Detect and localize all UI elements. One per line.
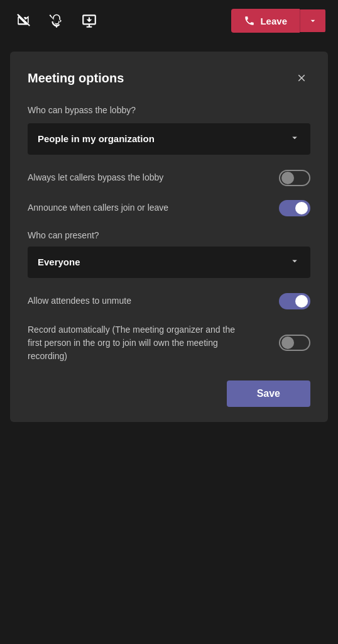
callers-bypass-thumb <box>281 172 294 184</box>
attendees-unmute-track[interactable] <box>279 293 310 309</box>
callers-bypass-label: Always let callers bypass the lobby <box>28 172 163 184</box>
attendees-unmute-toggle[interactable] <box>279 293 310 309</box>
modal-header: Meeting options <box>28 69 310 87</box>
leave-button-group: Leave <box>231 9 325 33</box>
modal-title: Meeting options <box>28 71 124 86</box>
present-label: Who can present? <box>28 230 310 240</box>
callers-bypass-row: Always let callers bypass the lobby <box>28 170 310 186</box>
callers-bypass-toggle[interactable] <box>279 170 310 186</box>
lobby-dropdown[interactable]: People in my organization <box>28 123 310 155</box>
attendees-unmute-thumb <box>295 295 308 308</box>
lobby-dropdown-value: People in my organization <box>38 133 155 144</box>
present-dropdown-value: Everyone <box>38 257 80 267</box>
announce-callers-label: Announce when callers join or leave <box>28 202 168 214</box>
save-button[interactable]: Save <box>227 380 310 407</box>
camera-off-button[interactable] <box>13 9 35 32</box>
present-dropdown[interactable]: Everyone <box>28 247 310 278</box>
announce-callers-thumb <box>295 202 308 214</box>
mic-off-button[interactable] <box>45 9 68 32</box>
attendees-unmute-label: Allow attendees to unmute <box>28 295 131 308</box>
announce-callers-track[interactable] <box>279 200 310 216</box>
attendees-unmute-row: Allow attendees to unmute <box>28 293 310 309</box>
leave-label: Leave <box>260 16 287 26</box>
share-screen-button[interactable] <box>78 9 101 32</box>
leave-button[interactable]: Leave <box>231 9 300 33</box>
meeting-options-panel: Meeting options Who can bypass the lobby… <box>10 52 328 422</box>
announce-callers-toggle[interactable] <box>279 200 310 216</box>
close-button[interactable] <box>293 69 310 87</box>
announce-callers-row: Announce when callers join or leave <box>28 200 310 216</box>
record-auto-label: Record automatically (The meeting organi… <box>28 323 235 363</box>
leave-dropdown-button[interactable] <box>300 9 325 32</box>
lobby-dropdown-chevron-icon <box>289 132 300 146</box>
callers-bypass-track[interactable] <box>279 170 310 186</box>
lobby-section: Who can bypass the lobby? People in my o… <box>28 104 310 155</box>
present-section: Who can present? Everyone <box>28 230 310 278</box>
toolbar: Leave <box>0 0 338 42</box>
record-auto-toggle[interactable] <box>279 335 310 351</box>
save-row: Save <box>28 380 310 407</box>
record-auto-track[interactable] <box>279 335 310 351</box>
lobby-label: Who can bypass the lobby? <box>28 104 310 117</box>
record-auto-row: Record automatically (The meeting organi… <box>28 323 310 363</box>
present-dropdown-chevron-icon <box>289 255 300 269</box>
record-auto-thumb <box>281 336 294 349</box>
